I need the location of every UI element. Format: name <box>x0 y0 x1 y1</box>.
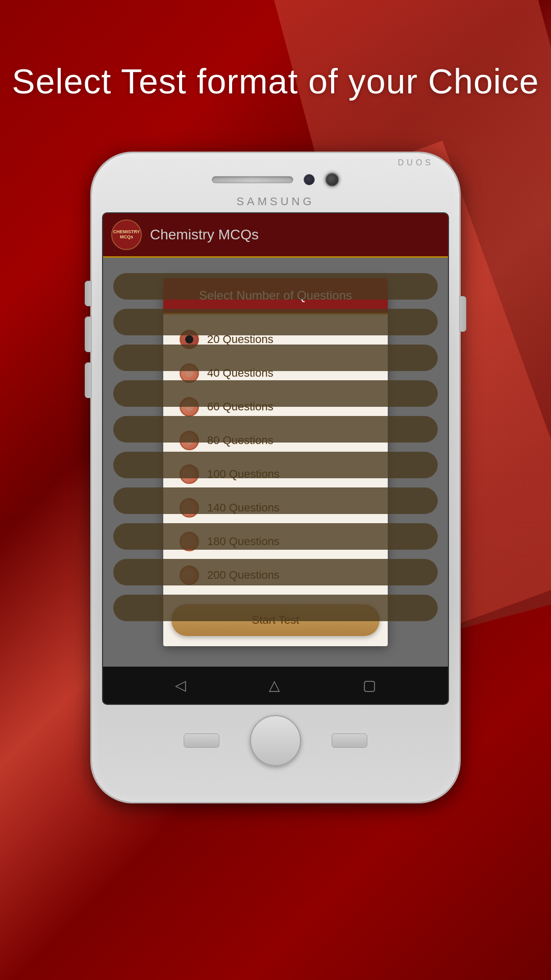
radio-inner-60 <box>185 403 193 411</box>
radio-outer-140 <box>180 498 199 518</box>
radio-inner-200 <box>185 571 193 579</box>
camera-button[interactable] <box>85 362 92 398</box>
page-title: Select Test format of your Choice <box>0 61 551 101</box>
radio-option-100[interactable]: 100 Questions <box>176 457 375 491</box>
radio-option-200[interactable]: 200 Questions <box>176 558 375 592</box>
radio-outer-200 <box>180 566 199 585</box>
power-button[interactable] <box>459 296 466 332</box>
radio-option-140[interactable]: 140 Questions <box>176 491 375 525</box>
radio-label-140: 140 Questions <box>207 501 280 514</box>
back-button[interactable]: ◁ <box>175 677 186 694</box>
navigation-bar: ◁ △ ▢ <box>103 667 448 704</box>
home-physical-button[interactable] <box>250 715 301 766</box>
menu-physical-button[interactable] <box>184 733 219 748</box>
radio-option-180[interactable]: 180 Questions <box>176 525 375 558</box>
radio-outer-60 <box>180 397 199 416</box>
front-camera <box>325 173 339 187</box>
radio-label-180: 180 Questions <box>207 535 280 548</box>
dialog-card: Select Number of Questions 20 Questions <box>163 278 388 646</box>
sensor <box>304 174 315 185</box>
app-bar: CHEMISTRY MCQs Chemistry MCQs <box>103 213 448 258</box>
radio-inner-20 <box>185 335 193 344</box>
phone-shell: SAMSUNG DUOS CHEMISTRY MCQs Chemistry MC… <box>92 153 459 802</box>
dialog-title: Select Number of Questions <box>176 288 375 303</box>
radio-outer-80 <box>180 431 199 450</box>
volume-down-button[interactable] <box>85 316 92 352</box>
radio-label-40: 40 Questions <box>207 366 273 380</box>
radio-label-100: 100 Questions <box>207 468 280 481</box>
home-button[interactable]: △ <box>269 677 280 694</box>
dialog-body: 20 Questions 40 Questions <box>163 314 388 600</box>
radio-outer-180 <box>180 532 199 551</box>
back-physical-button[interactable] <box>332 733 367 748</box>
radio-label-20: 20 Questions <box>207 333 273 346</box>
volume-up-button[interactable] <box>85 281 92 306</box>
recent-button[interactable]: ▢ <box>363 677 376 694</box>
screen-content: Select Number of Questions 20 Questions <box>103 258 448 667</box>
radio-option-80[interactable]: 80 Questions <box>176 424 375 457</box>
speaker-grille <box>212 176 293 183</box>
duos-badge: DUOS <box>398 158 434 167</box>
radio-outer-40 <box>180 363 199 383</box>
phone-bottom-buttons <box>102 705 449 771</box>
radio-label-60: 60 Questions <box>207 400 273 413</box>
phone-top-bar <box>102 167 449 195</box>
start-test-button[interactable]: Start Test <box>171 604 380 636</box>
radio-inner-40 <box>185 369 193 377</box>
radio-inner-180 <box>185 537 193 546</box>
radio-outer-100 <box>180 464 199 484</box>
brand-logo: SAMSUNG DUOS <box>102 195 449 212</box>
radio-outer-20 <box>180 330 199 349</box>
radio-option-60[interactable]: 60 Questions <box>176 390 375 424</box>
radio-label-80: 80 Questions <box>207 434 273 447</box>
dialog-header: Select Number of Questions <box>163 278 388 314</box>
phone-device: SAMSUNG DUOS CHEMISTRY MCQs Chemistry MC… <box>92 153 459 802</box>
radio-inner-80 <box>185 436 193 445</box>
radio-option-20[interactable]: 20 Questions <box>176 323 375 356</box>
app-logo: CHEMISTRY MCQs <box>111 219 142 250</box>
radio-inner-100 <box>185 470 193 478</box>
radio-option-40[interactable]: 40 Questions <box>176 356 375 390</box>
phone-screen: CHEMISTRY MCQs Chemistry MCQs <box>102 212 449 705</box>
radio-inner-140 <box>185 504 193 512</box>
radio-label-200: 200 Questions <box>207 569 280 582</box>
app-title: Chemistry MCQs <box>150 227 259 243</box>
